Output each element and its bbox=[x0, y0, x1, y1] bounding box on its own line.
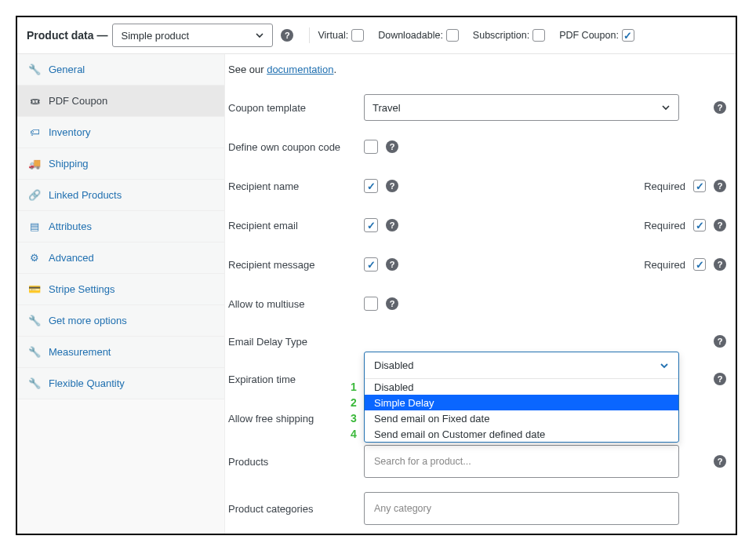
required-label: Required bbox=[644, 180, 685, 192]
help-icon[interactable]: ? bbox=[386, 180, 398, 192]
sidebar-item-attributes[interactable]: ▤ Attributes bbox=[17, 211, 224, 242]
wrench-icon: 🔧 bbox=[28, 346, 41, 358]
help-icon[interactable]: ? bbox=[714, 180, 726, 192]
recipient-name-label: Recipient name bbox=[228, 180, 364, 192]
panel-body: 🔧 General 🎟 PDF Coupon 🏷 Inventory 🚚 Shi… bbox=[17, 54, 736, 535]
truck-icon: 🚚 bbox=[28, 158, 41, 169]
products-placeholder: Search for a product... bbox=[374, 456, 471, 467]
pdf-coupon-label: PDF Coupon: bbox=[559, 30, 619, 41]
subscription-label: Subscription: bbox=[473, 30, 529, 41]
panel-title: Product data — bbox=[27, 29, 107, 42]
recipient-name-required-checkbox[interactable] bbox=[693, 180, 706, 192]
sidebar-item-label: Inventory bbox=[49, 126, 90, 138]
panel-header: Product data — Simple product ? Virtual:… bbox=[17, 17, 736, 54]
downloadable-label: Downloadable: bbox=[378, 30, 443, 41]
categories-label: Product categories bbox=[228, 503, 364, 515]
chevron-down-icon bbox=[255, 31, 264, 40]
help-icon[interactable]: ? bbox=[386, 140, 398, 153]
wrench-icon: 🔧 bbox=[28, 377, 41, 389]
categories-placeholder: Any category bbox=[374, 503, 431, 514]
recipient-message-required-checkbox[interactable] bbox=[693, 258, 706, 271]
row-own-code: Define own coupon code ? bbox=[225, 127, 736, 166]
recipient-email-checkbox[interactable] bbox=[364, 218, 378, 232]
help-icon[interactable]: ? bbox=[714, 373, 726, 385]
option-label: Send email on Customer defined date bbox=[374, 428, 545, 440]
pdf-coupon-checkbox[interactable] bbox=[622, 29, 634, 42]
virtual-checkbox[interactable] bbox=[351, 29, 364, 42]
sidebar-item-measurement[interactable]: 🔧 Measurement bbox=[17, 337, 224, 368]
dropdown-option-customer-date[interactable]: 4 Send email on Customer defined date bbox=[365, 426, 678, 442]
free-shipping-label: Allow free shipping bbox=[228, 413, 364, 425]
option-label: Send email on Fixed date bbox=[374, 413, 489, 425]
recipient-message-label: Recipient message bbox=[228, 259, 364, 271]
products-label: Products bbox=[228, 456, 364, 468]
email-delay-select[interactable]: Disabled bbox=[365, 352, 678, 379]
sidebar-item-advanced[interactable]: ⚙ Advanced bbox=[17, 242, 224, 274]
expiration-label: Expiration time bbox=[228, 374, 364, 385]
sidebar-item-label: General bbox=[49, 64, 85, 75]
products-search-input[interactable]: Search for a product... bbox=[364, 445, 679, 478]
email-delay-dropdown[interactable]: Disabled 1 Disabled 2 Simple Delay 3 Sen… bbox=[364, 352, 679, 443]
virtual-option: Virtual: bbox=[318, 29, 364, 42]
own-code-checkbox[interactable] bbox=[364, 140, 378, 154]
help-icon[interactable]: ? bbox=[714, 101, 726, 114]
sidebar-item-label: Advanced bbox=[49, 252, 94, 264]
recipient-email-required-checkbox[interactable] bbox=[693, 219, 706, 231]
recipient-message-checkbox[interactable] bbox=[364, 257, 378, 272]
subscription-checkbox[interactable] bbox=[532, 29, 545, 42]
help-icon[interactable]: ? bbox=[714, 335, 726, 348]
wrench-icon: 🔧 bbox=[28, 64, 41, 75]
sidebar-item-get-more-options[interactable]: 🔧 Get more options bbox=[17, 305, 224, 337]
own-code-label: Define own coupon code bbox=[228, 141, 364, 153]
product-type-select[interactable]: Simple product bbox=[112, 24, 273, 47]
required-label: Required bbox=[644, 220, 685, 231]
option-label: Disabled bbox=[374, 381, 414, 393]
documentation-link[interactable]: documentation bbox=[267, 64, 333, 75]
box-icon: 🏷 bbox=[28, 126, 41, 138]
sidebar-item-pdf-coupon[interactable]: 🎟 PDF Coupon bbox=[17, 86, 224, 117]
help-icon[interactable]: ? bbox=[386, 297, 398, 310]
sidebar-item-general[interactable]: 🔧 General bbox=[17, 54, 224, 86]
virtual-label: Virtual: bbox=[318, 30, 348, 41]
subscription-option: Subscription: bbox=[473, 29, 545, 42]
dropdown-option-fixed-date[interactable]: 3 Send email on Fixed date bbox=[365, 410, 678, 426]
content-area: See our documentation. Coupon template T… bbox=[225, 54, 736, 535]
help-icon[interactable]: ? bbox=[386, 219, 398, 231]
recipient-email-label: Recipient email bbox=[228, 220, 364, 231]
dropdown-option-simple-delay[interactable]: 2 Simple Delay bbox=[365, 395, 678, 410]
multiuse-label: Allow to multiuse bbox=[228, 298, 364, 310]
doc-suffix: . bbox=[333, 64, 336, 75]
downloadable-checkbox[interactable] bbox=[446, 29, 459, 42]
categories-input[interactable]: Any category bbox=[364, 492, 679, 525]
dropdown-option-disabled[interactable]: 1 Disabled bbox=[365, 379, 678, 395]
coupon-template-select[interactable]: Travel bbox=[364, 94, 679, 121]
sidebar-item-stripe-settings[interactable]: 💳 Stripe Settings bbox=[17, 274, 224, 305]
help-icon[interactable]: ? bbox=[386, 258, 398, 271]
doc-link-row: See our documentation. bbox=[225, 64, 736, 88]
email-delay-label: Email Delay Type bbox=[228, 336, 364, 348]
header-options: Virtual: Downloadable: Subscription: PDF… bbox=[318, 29, 634, 42]
help-icon[interactable]: ? bbox=[714, 258, 726, 271]
pdf-coupon-option: PDF Coupon: bbox=[559, 29, 634, 42]
row-recipient-name: Recipient name ? Required ? bbox=[225, 166, 736, 206]
sidebar-item-label: Linked Products bbox=[49, 189, 122, 201]
help-icon[interactable]: ? bbox=[714, 219, 726, 231]
sidebar-item-label: Shipping bbox=[49, 158, 89, 169]
annotation-number: 1 bbox=[351, 381, 357, 393]
row-coupon-template: Coupon template Travel ? bbox=[225, 88, 736, 127]
required-label: Required bbox=[644, 259, 685, 271]
sidebar-item-label: Stripe Settings bbox=[49, 283, 115, 295]
sidebar-item-label: Measurement bbox=[49, 346, 111, 358]
help-icon[interactable]: ? bbox=[281, 29, 293, 42]
help-icon[interactable]: ? bbox=[714, 455, 726, 468]
sidebar-item-shipping[interactable]: 🚚 Shipping bbox=[17, 148, 224, 180]
sidebar-item-flexible-quantity[interactable]: 🔧 Flexible Quantity bbox=[17, 368, 224, 399]
sidebar-item-linked-products[interactable]: 🔗 Linked Products bbox=[17, 180, 224, 211]
multiuse-checkbox[interactable] bbox=[364, 297, 378, 311]
annotation-number: 4 bbox=[351, 428, 357, 440]
sidebar-item-inventory[interactable]: 🏷 Inventory bbox=[17, 117, 224, 148]
link-icon: 🔗 bbox=[28, 189, 41, 201]
downloadable-option: Downloadable: bbox=[378, 29, 459, 42]
doc-prefix: See our bbox=[228, 64, 267, 75]
recipient-name-checkbox[interactable] bbox=[364, 179, 378, 193]
